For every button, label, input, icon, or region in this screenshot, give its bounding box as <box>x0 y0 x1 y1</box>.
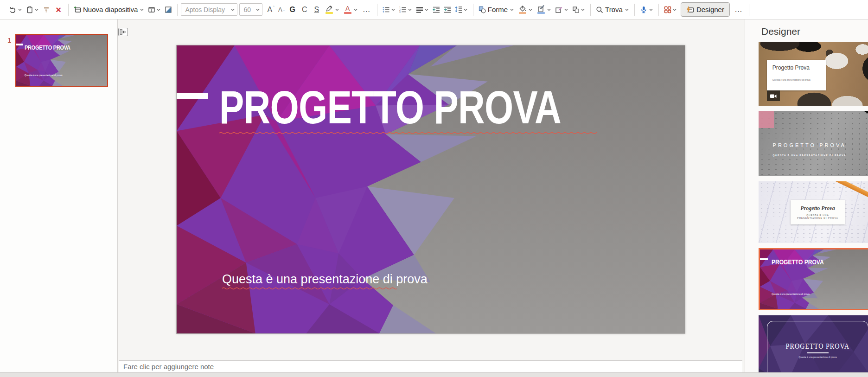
underline-icon: S <box>313 6 321 14</box>
new-slide-button[interactable]: Nuova diapositiva <box>72 3 146 17</box>
line-spacing-button[interactable] <box>453 3 470 17</box>
slide-design-graphic <box>16 35 107 86</box>
format-painter-button[interactable] <box>41 3 52 17</box>
outdent-icon <box>433 6 440 13</box>
powerpoint-web-app: × Nuova diapositiva Aptos Display 60 Aˆ … <box>0 0 868 377</box>
designer-suggestion-2[interactable]: PROGETTO PROVA QUESTA È UNA PRESENTAZION… <box>759 111 868 176</box>
notes-area[interactable]: Fare clic per aggiungere note <box>119 360 742 372</box>
grow-font-icon: A <box>267 6 272 14</box>
suggestion-frame: PROGETTO PROVA Questa è una presentazion… <box>767 321 868 372</box>
background-format-button[interactable] <box>163 3 174 17</box>
search-icon <box>596 6 603 13</box>
suggestion-card: Progetto Prova Questa è una presentazion… <box>767 60 826 90</box>
font-name-select[interactable]: Aptos Display <box>181 3 237 16</box>
chevron-down-icon <box>528 7 533 12</box>
designer-suggestion-4-selected[interactable]: PROGETTO PROVA Questa è una presentazion… <box>759 248 868 310</box>
slide-title-text[interactable]: PROGETTO PROVA <box>219 84 561 130</box>
underline-button[interactable]: S <box>311 3 323 17</box>
toolbar-divider <box>473 4 473 16</box>
suggestion-subtitle: Questa è una presentazione di prova <box>799 356 837 358</box>
suggestion-title: PROGETTO PROVA <box>773 142 846 148</box>
designer-suggestion-3[interactable]: Progetto Prova QUESTA È UNA PRESENTAZION… <box>759 181 868 243</box>
arrange-button[interactable] <box>570 3 587 17</box>
slide-canvas-area: PROGETTO PROVA Questa è una presentazion… <box>118 19 745 372</box>
chevron-down-icon <box>18 7 22 12</box>
dictate-button[interactable] <box>638 3 655 17</box>
numbered-list-icon <box>399 6 407 13</box>
shrink-font-button[interactable]: Aˇ <box>276 3 287 17</box>
suggestion-subtitle: QUESTA È UNA PRESENTAZIONE DI PROVA <box>773 154 846 157</box>
more-commands-button[interactable]: … <box>732 5 746 14</box>
chevron-down-icon <box>510 7 514 12</box>
slide-number: 1 <box>7 36 11 44</box>
find-label: Trova <box>604 6 624 13</box>
chevron-down-icon <box>408 7 412 12</box>
paste-button[interactable] <box>24 3 41 17</box>
shape-effects-icon <box>555 6 563 13</box>
numbering-button[interactable] <box>397 3 414 17</box>
text-highlight-button[interactable] <box>323 3 341 17</box>
bold-button[interactable]: G <box>287 3 299 17</box>
grid-icon <box>664 6 671 13</box>
undo-button[interactable] <box>7 3 24 17</box>
decrease-indent-button[interactable] <box>431 3 442 17</box>
format-painter-icon <box>43 6 50 13</box>
more-font-options-button[interactable]: … <box>360 5 374 14</box>
grow-font-button[interactable]: Aˆ <box>265 3 276 17</box>
toolbar-divider <box>177 4 178 16</box>
spellcheck-squiggle <box>219 132 597 134</box>
increase-indent-button[interactable] <box>442 3 453 17</box>
undo-icon <box>9 6 17 13</box>
suggestion-subtitle: QUESTA È UNA PRESENTAZIONE DI PROVA <box>796 214 840 219</box>
designer-suggestion-5[interactable]: PROGETTO PROVA Questa è una presentazion… <box>759 315 868 372</box>
slide-thumbnail-panel: 1 PROGETTO PROVA Q <box>0 19 118 372</box>
fill-bucket-icon <box>518 5 527 14</box>
font-color-icon: A <box>343 6 352 14</box>
shapes-button[interactable]: Forme <box>477 3 516 17</box>
shape-effects-button[interactable] <box>553 3 570 17</box>
arrange-icon <box>572 6 580 13</box>
align-text-icon <box>416 6 423 13</box>
slide-thumbnail-1[interactable]: PROGETTO PROVA Questa è una presentazion… <box>15 34 108 87</box>
slide-accent-dash <box>16 44 23 45</box>
italic-button[interactable]: C <box>299 3 311 17</box>
toolbar-divider <box>377 4 377 16</box>
thumbnail-title: PROGETTO PROVA <box>25 44 70 51</box>
shape-outline-button[interactable] <box>535 3 553 17</box>
chevron-down-icon <box>230 7 235 12</box>
camera-icon <box>770 93 777 99</box>
delete-x-icon: × <box>54 5 63 14</box>
suggestion-title: Progetto Prova <box>800 205 835 212</box>
caret-up-icon: ˆ <box>273 5 274 10</box>
bullets-button[interactable] <box>381 3 397 17</box>
shape-fill-button[interactable] <box>516 3 535 17</box>
layout-button[interactable] <box>146 3 163 17</box>
toolbar-divider <box>749 4 749 16</box>
designer-panel: Designer Progetto Prova Questa è una pre… <box>745 19 868 372</box>
chevron-down-icon <box>335 7 339 12</box>
slide-subtitle-text[interactable]: Questa è una presentazione di prova <box>222 272 428 287</box>
chevron-down-icon <box>463 7 468 12</box>
font-color-button[interactable]: A <box>341 3 360 17</box>
designer-button[interactable]: Designer <box>681 2 730 17</box>
align-button[interactable] <box>414 3 431 17</box>
view-grid-button[interactable] <box>662 3 679 17</box>
font-size-select[interactable]: 60 <box>239 3 262 16</box>
title-divider <box>807 352 829 353</box>
delete-button[interactable]: × <box>52 3 65 17</box>
suggestion-title: PROGETTO PROVA <box>772 258 824 266</box>
layout-icon <box>148 6 155 13</box>
suggestion-subtitle: Questa è una presentazione di prova <box>772 293 810 295</box>
thumbnail-subtitle: Questa è una presentazione di prova <box>25 74 63 77</box>
slide-editor[interactable]: PROGETTO PROVA Questa è una presentazion… <box>176 45 685 334</box>
designer-suggestion-1[interactable]: Progetto Prova Questa è una presentazion… <box>759 42 868 106</box>
collapse-thumbnail-panel-button[interactable] <box>118 28 128 36</box>
find-button[interactable]: Trova <box>594 3 631 17</box>
toolbar-divider <box>68 4 69 16</box>
italic-icon: C <box>300 6 309 14</box>
chevron-down-icon <box>391 7 396 12</box>
chevron-down-icon <box>34 7 39 12</box>
suggestion-title: Progetto Prova <box>772 64 826 71</box>
designer-button-label: Designer <box>696 6 724 13</box>
background-fill-icon <box>165 6 172 13</box>
